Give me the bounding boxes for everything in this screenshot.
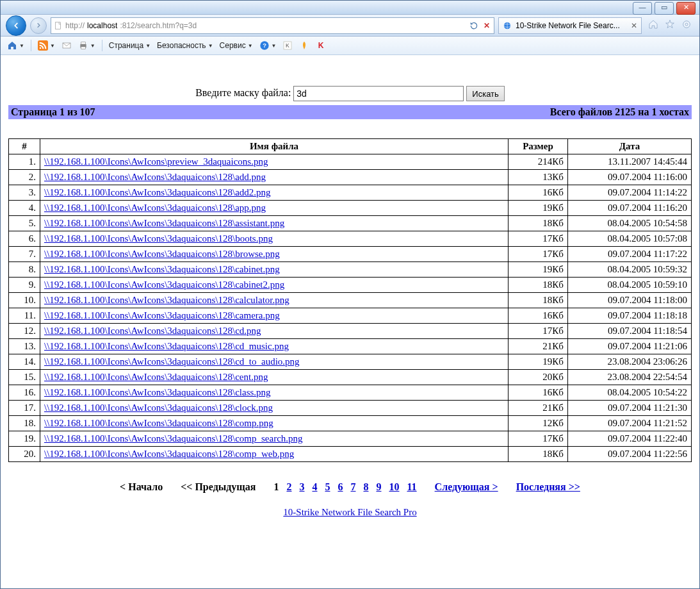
pager-page[interactable]: 7 [350, 481, 355, 492]
file-link[interactable]: \\192.168.1.100\Icons\AwIcons\3daquaicon… [44, 203, 266, 213]
cell-size: 17Кб [509, 431, 568, 447]
toolbar-k-icon[interactable]: K [282, 40, 293, 51]
pager-page[interactable]: 3 [299, 481, 304, 492]
pager-last[interactable]: Последняя >> [516, 481, 580, 492]
window-titlebar: — ▭ ✕ [1, 1, 699, 15]
table-row: 18.\\192.168.1.100\Icons\AwIcons\3daquai… [9, 416, 692, 431]
cell-size: 16Кб [509, 185, 568, 201]
cell-size: 17Кб [509, 231, 568, 247]
footer-link[interactable]: 10-Strike Network File Search Pro [283, 507, 416, 517]
table-row: 9.\\192.168.1.100\Icons\AwIcons\3daquaic… [9, 278, 692, 293]
cell-num: 13. [9, 339, 40, 354]
file-link[interactable]: \\192.168.1.100\Icons\AwIcons\preview_3d… [44, 156, 268, 167]
toolbar-menu-security[interactable]: Безопасность▼ [157, 41, 213, 50]
toolbar-help[interactable]: ?▼ [259, 40, 277, 51]
file-link[interactable]: \\192.168.1.100\Icons\AwIcons\3daquaicon… [44, 402, 273, 413]
window-minimize-button[interactable]: — [633, 2, 652, 15]
toolbar-home[interactable]: ▼ [7, 40, 24, 51]
toolbar-print[interactable]: ▼ [78, 40, 95, 51]
cell-num: 2. [9, 170, 40, 185]
url-host: localhost [87, 21, 117, 30]
window-maximize-button[interactable]: ▭ [655, 2, 674, 15]
toolbar-feeds[interactable]: ▼ [38, 40, 55, 51]
svg-point-7 [40, 47, 42, 49]
table-row: 6.\\192.168.1.100\Icons\AwIcons\3daquaic… [9, 231, 692, 247]
pager-page[interactable]: 6 [338, 481, 343, 492]
file-link[interactable]: \\192.168.1.100\Icons\AwIcons\3daquaicon… [44, 356, 300, 367]
nav-forward-button[interactable] [30, 17, 47, 34]
file-link[interactable]: \\192.168.1.100\Icons\AwIcons\3daquaicon… [44, 264, 280, 274]
file-link[interactable]: \\192.168.1.100\Icons\AwIcons\3daquaicon… [44, 433, 303, 444]
file-link[interactable]: \\192.168.1.100\Icons\AwIcons\3daquaicon… [44, 387, 271, 397]
cell-date: 08.04.2005 10:54:58 [568, 216, 692, 231]
table-row: 1.\\192.168.1.100\Icons\AwIcons\preview_… [9, 154, 692, 170]
browser-tab[interactable]: 10-Strike Network File Searc... ✕ [498, 17, 642, 34]
favorites-icon[interactable] [665, 19, 675, 31]
file-link[interactable]: \\192.168.1.100\Icons\AwIcons\3daquaicon… [44, 187, 271, 197]
url-rest: :812/search.htm?q=3d [120, 21, 197, 30]
svg-point-4 [683, 21, 690, 28]
search-row: Введите маску файла: Искать [8, 86, 692, 101]
cell-date: 09.07.2004 11:18:18 [568, 308, 692, 324]
table-row: 3.\\192.168.1.100\Icons\AwIcons\3daquaic… [9, 185, 692, 201]
tab-close-icon[interactable]: ✕ [631, 21, 637, 30]
cell-num: 14. [9, 354, 40, 370]
file-link[interactable]: \\192.168.1.100\Icons\AwIcons\3daquaicon… [44, 326, 261, 336]
pager-page[interactable]: 9 [376, 481, 381, 492]
file-link[interactable]: \\192.168.1.100\Icons\AwIcons\3daquaicon… [44, 233, 273, 244]
toolbar-check-icon[interactable] [299, 40, 309, 51]
cell-date: 09.07.2004 11:18:00 [568, 293, 692, 308]
file-link[interactable]: \\192.168.1.100\Icons\AwIcons\3daquaicon… [44, 279, 284, 290]
file-link[interactable]: \\192.168.1.100\Icons\AwIcons\3daquaicon… [44, 218, 284, 228]
search-button[interactable]: Искать [466, 86, 505, 101]
cell-size: 17Кб [509, 247, 568, 262]
window-close-button[interactable]: ✕ [676, 2, 696, 15]
cell-date: 08.04.2005 10:54:22 [568, 385, 692, 401]
nav-back-button[interactable] [6, 15, 26, 36]
browser-toolbar: ▼ ▼ ▼ Страница▼ Безопасность▼ Сервис▼ ?▼… [1, 37, 699, 55]
file-link[interactable]: \\192.168.1.100\Icons\AwIcons\3daquaicon… [44, 295, 289, 305]
file-link[interactable]: \\192.168.1.100\Icons\AwIcons\3daquaicon… [44, 172, 266, 182]
cell-size: 13Кб [509, 170, 568, 185]
pager-page[interactable]: 11 [407, 481, 416, 492]
address-bar[interactable]: http://localhost:812/search.htm?q=3d ✕ [51, 17, 494, 34]
file-link[interactable]: \\192.168.1.100\Icons\AwIcons\3daquaicon… [44, 418, 273, 428]
cell-num: 5. [9, 216, 40, 231]
file-link[interactable]: \\192.168.1.100\Icons\AwIcons\3daquaicon… [44, 449, 294, 459]
file-link[interactable]: \\192.168.1.100\Icons\AwIcons\3daquaicon… [44, 372, 268, 382]
svg-text:K: K [318, 41, 324, 50]
page-icon [54, 21, 63, 30]
home-icon[interactable] [648, 19, 658, 31]
pager-page[interactable]: 4 [312, 481, 317, 492]
pager-page[interactable]: 8 [363, 481, 368, 492]
toolbar-mail[interactable] [61, 40, 72, 51]
file-link[interactable]: \\192.168.1.100\Icons\AwIcons\3daquaicon… [44, 310, 280, 320]
pager-page[interactable]: 2 [286, 481, 291, 492]
table-row: 5.\\192.168.1.100\Icons\AwIcons\3daquaic… [9, 216, 692, 231]
stop-icon[interactable]: ✕ [482, 21, 491, 30]
search-input[interactable] [293, 86, 464, 101]
cell-num: 9. [9, 278, 40, 293]
tools-icon[interactable] [681, 19, 692, 31]
arrow-left-icon [12, 21, 20, 30]
pager-page[interactable]: 5 [325, 481, 330, 492]
status-page: Страница 1 из 107 [11, 106, 95, 118]
pager-next[interactable]: Следующая > [435, 481, 498, 492]
file-link[interactable]: \\192.168.1.100\Icons\AwIcons\3daquaicon… [44, 249, 280, 259]
svg-rect-11 [81, 47, 86, 49]
toolbar-menu-service[interactable]: Сервис▼ [220, 41, 253, 50]
table-row: 16.\\192.168.1.100\Icons\AwIcons\3daquai… [9, 385, 692, 401]
file-link[interactable]: \\192.168.1.100\Icons\AwIcons\3daquaicon… [44, 341, 289, 351]
cell-name: \\192.168.1.100\Icons\AwIcons\3daquaicon… [40, 216, 509, 231]
refresh-icon[interactable] [469, 21, 478, 30]
page-content: Введите маску файла: Искать Страница 1 и… [1, 55, 699, 588]
cell-date: 09.07.2004 11:21:52 [568, 416, 692, 431]
status-bar: Страница 1 из 107 Всего файлов 2125 на 1… [8, 105, 692, 119]
toolbar-menu-page[interactable]: Страница▼ [109, 41, 151, 50]
pager-page[interactable]: 10 [389, 481, 399, 492]
table-row: 7.\\192.168.1.100\Icons\AwIcons\3daquaic… [9, 247, 692, 262]
cell-num: 4. [9, 201, 40, 216]
cell-date: 23.08.2004 22:54:54 [568, 370, 692, 385]
results-table: # Имя файла Размер Дата 1.\\192.168.1.10… [8, 138, 692, 462]
toolbar-kaspersky-icon[interactable]: K [316, 40, 326, 51]
